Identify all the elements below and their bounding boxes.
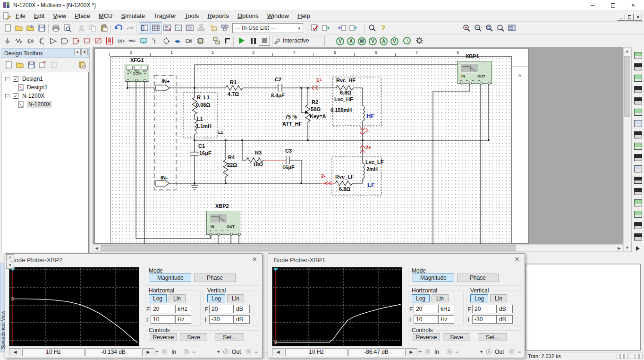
out-plus-terminal[interactable] [486,349,491,354]
forward-annotate-button[interactable] [347,22,359,34]
probe-settings-gear-button[interactable] [414,35,425,46]
reverse-button[interactable]: Reverse [150,333,177,341]
dtb-new-button[interactable] [3,59,14,70]
toggle-spreadsheet-button[interactable] [150,22,161,34]
label-r2-value[interactable]: 50Ω [311,106,321,112]
xbp1-in-minus-terminal[interactable] [469,82,472,85]
label-lf[interactable]: LF [367,181,375,189]
reverse-button[interactable]: Reverse [413,333,440,341]
out-plus-terminal[interactable] [223,349,229,354]
label-r3[interactable]: R3 [255,150,262,155]
horizontal-f-unit[interactable]: kHz [175,305,191,313]
label-att-percent[interactable]: 75 % [285,114,297,120]
panel-close-button[interactable]: × [6,254,14,261]
back-annotate-button[interactable] [336,22,347,34]
magnitude-button[interactable]: Magnitude [150,274,191,282]
zoom-area-button[interactable] [483,22,495,34]
new-button[interactable] [2,22,13,34]
minimize-button[interactable]: ─ [585,0,601,10]
open-button[interactable] [13,22,25,34]
save-button[interactable]: Save [180,333,207,341]
label-r4-value[interactable]: 22Ω [227,162,237,168]
iv-analyzer-icon[interactable] [633,163,644,174]
probe-a-button[interactable]: A [380,37,388,45]
vertical-i-input[interactable]: -30 [209,315,234,324]
label-att-name[interactable]: ATT_HF [282,121,302,127]
xfg1-triangle-button[interactable] [142,66,148,70]
label-c2[interactable]: C2 [275,77,281,82]
horizontal-i-unit[interactable]: Hz [175,315,191,324]
misc-digital-components-button[interactable] [81,35,93,46]
bus-button[interactable] [222,35,233,46]
label-c3[interactable]: C3 [285,148,292,154]
label-c2-value[interactable]: 8.4μF [271,93,285,98]
label-r1-value[interactable]: 4.7Ω [228,91,239,97]
tree-item-n1200x-root[interactable]: − ✓ N-1200X [1,92,88,101]
xbp2-out-minus-terminal[interactable] [238,233,241,236]
menu-help[interactable]: Help [293,10,314,21]
design-toolbox-close-button[interactable]: x [81,49,88,55]
scroll-left-arrow[interactable]: ◀ [93,245,100,251]
transfer-export-button[interactable] [320,22,331,34]
probe-v-button[interactable]: V [369,37,377,45]
label-xfg1[interactable]: XFG1 [130,57,144,63]
ttl-components-button[interactable] [59,35,70,46]
mdi-minimize-button[interactable]: _ [617,14,625,21]
label-lvc-hf[interactable]: Lvc_HF [334,96,353,102]
tektronix-oscilloscope-icon[interactable] [633,231,644,242]
mcu-components-button[interactable] [195,35,206,46]
find-button[interactable] [366,22,378,34]
source-components-button[interactable] [2,35,13,46]
function-generator-icon[interactable] [633,61,644,72]
vertical-f-unit[interactable]: dB [497,305,513,313]
menu-edit[interactable]: Edit [30,10,49,21]
horizontal-i-input[interactable]: 10 [414,315,438,324]
vertical-scrollbar[interactable]: ▲ ▼ [623,47,631,252]
scroll-right-arrow[interactable]: ▶ [616,245,623,251]
horizontal-lin-button[interactable]: Lin [169,294,186,302]
xbp1-in-plus-terminal[interactable] [460,82,463,85]
restore-button[interactable] [605,0,621,10]
vertical-lin-button[interactable]: Lin [227,294,244,302]
zoom-in-button[interactable] [461,22,472,34]
menu-place[interactable]: Place [70,10,94,21]
network-analyzer-icon[interactable] [633,197,644,208]
in-plus-terminal[interactable] [162,349,167,354]
vertical-f-input[interactable]: 20 [472,305,497,313]
horizontal-scrollbar[interactable]: ◀ ▶ [93,244,623,252]
label-l1[interactable]: L1 [197,116,203,122]
mixed-components-button[interactable] [93,35,104,46]
vertical-log-button[interactable]: Log [207,294,225,302]
save-button[interactable]: Save [443,333,470,341]
out-minus-terminal[interactable] [509,349,514,354]
mdi-close-button[interactable]: × [634,14,642,21]
agilent-oscilloscope-icon[interactable] [633,220,644,231]
vertical-log-button[interactable]: Log [470,294,488,302]
vertical-f-unit[interactable]: dB [234,305,250,313]
label-in-minus[interactable]: IN- [161,175,168,180]
label-lvc-lf[interactable]: Lvc_LF [365,159,384,165]
print-preview-button[interactable] [61,22,73,34]
copy-button[interactable] [87,22,98,34]
interactive-simulation-dropdown[interactable]: Interactive [272,36,325,46]
cursor-right-button[interactable]: ▶ [142,348,154,356]
label-r2[interactable]: R2 [312,99,318,105]
peripherals-components-button[interactable] [138,35,149,46]
horizontal-log-button[interactable]: Log [412,294,430,302]
menu-simulate[interactable]: Simulate [117,10,149,21]
labview-instrument-button[interactable] [633,245,643,252]
horizontal-f-unit[interactable]: kHz [438,305,454,313]
close-button[interactable]: × [625,0,641,10]
in-use-list-dropdown[interactable]: --- In-Use List ---▾ [232,23,303,33]
zoom-fit-button[interactable] [495,22,506,34]
cursor-right-button[interactable]: ▶ [405,348,417,356]
bode-xbp2-plot[interactable] [9,267,139,346]
xfg1-minus-terminal[interactable] [144,79,146,82]
bode-plotter-xbp1-symbol[interactable]: IN OUT +−+− [457,61,492,84]
menu-reports[interactable]: Reports [203,10,233,21]
distortion-analyzer-icon[interactable] [633,175,644,185]
label-c1[interactable]: C1 [198,143,205,149]
indicator-components-button[interactable]: 8 [104,35,115,46]
label-r3-value[interactable]: 18Ω [253,162,263,167]
horizontal-log-button[interactable]: Log [149,294,167,302]
